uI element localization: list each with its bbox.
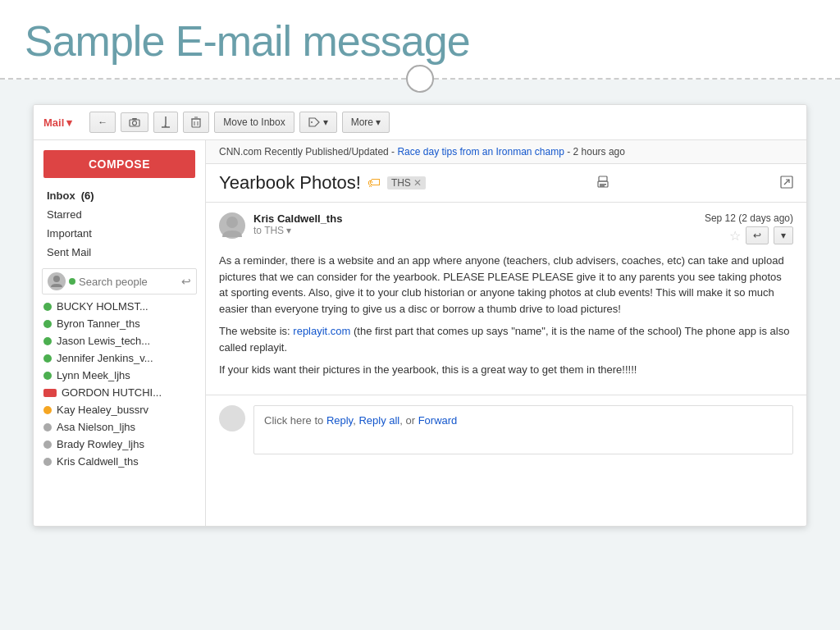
status-dot-green (43, 337, 52, 345)
sidebar: COMPOSE Inbox (6) Starred Important Sent… (34, 140, 206, 526)
contact-name: Lynn Meek_ljhs (57, 369, 130, 381)
reply-box[interactable]: Click here to Reply, Reply all, or Forwa… (253, 405, 793, 454)
tag-label: THS (391, 177, 411, 189)
tag-badge: THS ✕ (387, 176, 426, 189)
svg-rect-2 (132, 118, 137, 120)
email-body-paragraph1: As a reminder, there is a website and an… (219, 253, 793, 317)
sidebar-item-important[interactable]: Important (34, 224, 205, 243)
compose-button[interactable]: COMPOSE (43, 150, 195, 178)
main-content: CNN.com Recently Published/Updated - Rac… (206, 140, 806, 526)
email-body: As a reminder, there is a website and an… (219, 253, 793, 378)
contact-item[interactable]: GORDON HUTCHI... (34, 384, 205, 401)
search-people-container: ↩ (42, 268, 197, 294)
move-inbox-button[interactable]: Move to Inbox (214, 112, 294, 133)
contact-item[interactable]: Lynn Meek_ljhs (34, 367, 205, 384)
email-meta: Sep 12 (2 days ago) ☆ ↩ ▾ (705, 212, 793, 244)
svg-rect-4 (192, 119, 200, 127)
mail-dropdown-icon[interactable]: ▾ (66, 116, 72, 129)
status-dot-green (43, 303, 52, 311)
contact-item[interactable]: Kay Healey_bussrv (34, 401, 205, 418)
svg-rect-13 (600, 184, 606, 185)
email-body-paragraph3: If your kids want their pictures in the … (219, 362, 793, 378)
to-label: to THS (253, 225, 284, 236)
reply-button[interactable]: ↩ (746, 226, 769, 244)
status-dot-gray (43, 458, 52, 466)
important-label: Important (47, 227, 92, 240)
contact-item[interactable]: Jason Lewis_tech... (34, 332, 205, 349)
contact-item[interactable]: BUCKY HOLMST... (34, 298, 205, 315)
svg-rect-11 (599, 176, 607, 181)
paragraph2-prefix: The website is: (219, 325, 293, 337)
sender-info: Kris Caldwell_ths to THS ▾ (253, 212, 696, 236)
sender-avatar (219, 212, 245, 239)
popout-icon[interactable] (780, 176, 793, 191)
cnn-link[interactable]: Race day tips from an Ironman champ (397, 146, 564, 158)
email-subject-title: Yearbook Photos! (219, 172, 361, 194)
cnn-suffix: - 2 hours ago (564, 146, 625, 158)
sidebar-item-sent[interactable]: Sent Mail (34, 243, 205, 262)
status-dot-green (43, 372, 52, 380)
camera-button[interactable] (121, 112, 148, 132)
reply-link[interactable]: Reply (326, 414, 353, 427)
tag-icon: 🏷 (368, 176, 381, 190)
svg-point-10 (53, 276, 60, 282)
delete-button[interactable] (183, 112, 209, 133)
contact-item[interactable]: Kris Caldwell_ths (34, 453, 205, 470)
reply-all-link[interactable]: Reply all (358, 414, 399, 427)
svg-point-9 (311, 121, 313, 123)
gmail-toolbar: Mail ▾ ← Move to Inbox ▾ More ▾ (34, 105, 806, 140)
status-dot-green (69, 278, 75, 285)
contact-item[interactable]: Asa Nielson_ljhs (34, 418, 205, 436)
gmail-window: Mail ▾ ← Move to Inbox ▾ More ▾ (33, 104, 807, 527)
email-header: Kris Caldwell_ths to THS ▾ Sep 12 (2 day… (219, 212, 793, 244)
to-dropdown[interactable]: ▾ (286, 225, 291, 236)
inbox-label: Inbox (47, 189, 75, 202)
reply-avatar (219, 405, 245, 431)
reply-separator2: , or (399, 414, 418, 427)
slide-title: Sample E-mail message (25, 16, 815, 66)
mail-label: Mail (43, 116, 64, 129)
replayit-link[interactable]: replayit.com (293, 325, 350, 337)
sent-label: Sent Mail (47, 246, 91, 258)
status-dot-green (43, 320, 52, 328)
alert-button[interactable] (153, 112, 178, 133)
status-dot-gray (43, 423, 52, 431)
contact-name: Brady Rowley_ljhs (57, 438, 144, 450)
mail-logo[interactable]: Mail ▾ (43, 116, 72, 129)
inbox-count: (6) (81, 189, 94, 202)
sidebar-item-inbox[interactable]: Inbox (6) (34, 186, 205, 205)
svg-point-1 (133, 121, 137, 126)
contact-item[interactable]: Brady Rowley_ljhs (34, 436, 205, 453)
email-subject-bar: Yearbook Photos! 🏷 THS ✕ (206, 164, 806, 203)
back-button[interactable]: ← (89, 112, 116, 133)
starred-label: Starred (47, 208, 82, 221)
phone-icon[interactable]: ↩ (181, 275, 191, 288)
more-actions-button[interactable]: ▾ (774, 226, 793, 244)
tag-remove-icon[interactable]: ✕ (413, 177, 422, 189)
contact-item[interactable]: Byron Tanner_ths (34, 315, 205, 332)
circle-decoration (406, 65, 434, 93)
forward-link[interactable]: Forward (418, 414, 458, 427)
contact-name: Kay Healey_bussrv (57, 404, 148, 416)
print-icon[interactable] (596, 176, 609, 191)
search-avatar (48, 272, 66, 290)
contact-name: Jennifer Jenkins_v... (57, 352, 153, 364)
svg-line-16 (784, 180, 789, 185)
slide-container: Sample E-mail message Mail ▾ ← Move to I… (0, 0, 840, 630)
sender-to: to THS ▾ (253, 225, 696, 236)
contact-item[interactable]: Jennifer Jenkins_v... (34, 349, 205, 367)
contact-name: Asa Nielson_ljhs (57, 421, 135, 433)
reply-area: Click here to Reply, Reply all, or Forwa… (206, 395, 806, 464)
contact-name: Jason Lewis_tech... (57, 335, 150, 347)
label-button[interactable]: ▾ (299, 112, 337, 133)
reply-prompt-text: Click here to (264, 414, 326, 427)
search-people-input[interactable] (79, 276, 178, 288)
more-label: More (351, 116, 373, 128)
more-button[interactable]: More ▾ (342, 112, 390, 133)
star-icon[interactable]: ☆ (729, 228, 741, 244)
gmail-body: COMPOSE Inbox (6) Starred Important Sent… (34, 140, 806, 526)
sidebar-item-starred[interactable]: Starred (34, 205, 205, 224)
email-date: Sep 12 (2 days ago) (705, 212, 793, 224)
email-body-paragraph2: The website is: replayit.com (the first … (219, 323, 793, 355)
contact-name: BUCKY HOLMST... (57, 300, 148, 313)
